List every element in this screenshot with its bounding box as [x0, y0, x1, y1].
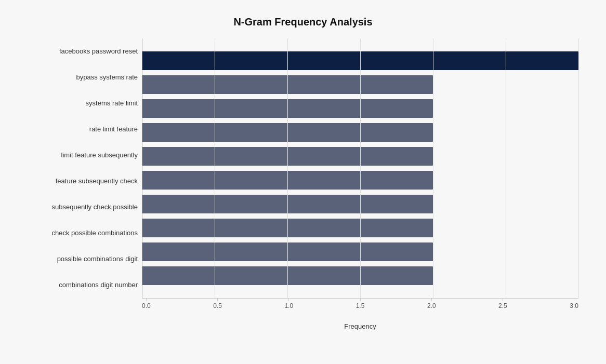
bar	[142, 266, 433, 285]
y-label: combinations digit number	[28, 272, 142, 298]
bar	[142, 51, 578, 70]
bar-row	[142, 73, 578, 97]
y-label: feature subsequently check	[28, 168, 142, 194]
bar-row	[142, 97, 578, 120]
bar-row	[142, 168, 578, 192]
bar	[142, 147, 433, 166]
y-label: facebooks password reset	[28, 38, 142, 64]
bar	[142, 75, 433, 94]
x-tick: 0.5	[213, 299, 222, 309]
grid-line	[578, 38, 579, 298]
y-label: bypass systems rate	[28, 64, 142, 90]
bar-row	[142, 192, 578, 216]
x-axis: 0.00.51.01.52.02.53.0 Frequency	[142, 298, 578, 319]
bar-row	[142, 264, 578, 288]
bar-row	[142, 120, 578, 144]
bar	[142, 99, 433, 118]
y-label: check possible combinations	[28, 220, 142, 246]
y-label: systems rate limit	[28, 90, 142, 116]
x-tick: 1.5	[356, 299, 365, 309]
bar	[142, 123, 433, 142]
chart-area: facebooks password resetbypass systems r…	[28, 38, 578, 319]
y-label: subsequently check possible	[28, 194, 142, 220]
bar-row	[142, 216, 578, 240]
bar	[142, 195, 433, 213]
plot-area: 0.00.51.01.52.02.53.0 Frequency	[142, 38, 578, 319]
y-label: rate limit feature	[28, 116, 142, 142]
bar	[142, 171, 433, 190]
bar	[142, 242, 433, 261]
chart-container: N-Gram Frequency Analysis facebooks pass…	[17, 6, 589, 359]
y-axis: facebooks password resetbypass systems r…	[28, 38, 142, 319]
x-tick: 2.0	[427, 299, 436, 309]
bar-row	[142, 144, 578, 168]
bar-row	[142, 240, 578, 264]
x-axis-label: Frequency	[344, 322, 376, 330]
x-tick: 1.0	[284, 299, 293, 309]
x-tick: 2.5	[498, 299, 507, 309]
chart-title: N-Gram Frequency Analysis	[28, 16, 578, 28]
x-tick: 0.0	[142, 299, 151, 309]
bar	[142, 219, 433, 237]
bar-row	[142, 49, 578, 73]
y-label: limit feature subsequently	[28, 142, 142, 168]
y-label: possible combinations digit	[28, 246, 142, 272]
x-tick: 3.0	[570, 299, 578, 309]
